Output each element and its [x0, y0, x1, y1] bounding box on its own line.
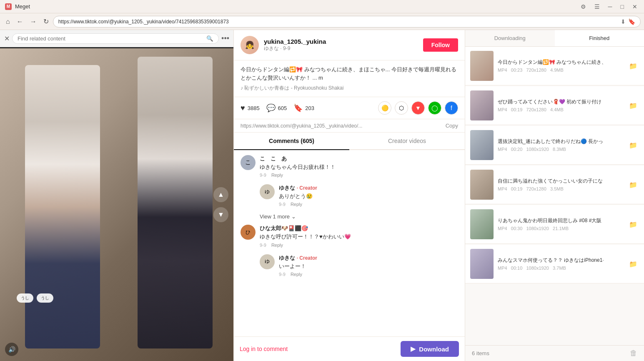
sound-button[interactable]: 🔊 [5, 343, 18, 356]
download-list: 今日からドンタン編🔁🎀 みなつちゃんに続き、 MP4 00:23 720x128… [465, 47, 644, 345]
open-folder-button[interactable]: 📁 [627, 140, 639, 151]
reply-user-2: ゆきな · Creator [279, 254, 458, 262]
search-close-button[interactable]: ✕ [4, 35, 10, 43]
close-button[interactable]: ✕ [631, 3, 639, 11]
item-title: 今日からドンタン編🔁🎀 みなつちゃんに続き、 [498, 59, 623, 66]
search-input[interactable] [18, 35, 204, 42]
open-folder-button[interactable]: 📁 [627, 219, 639, 230]
item-info: りあちゃん鬼かわ明日最終回悲しみ #08 #大阪 MP4 00:30 1080x… [498, 218, 623, 231]
item-thumbnail [470, 130, 494, 160]
login-to-comment-button[interactable]: Log in to comment [240, 346, 288, 352]
download-item: ぜひ踊ってみてください🧣💜 初めて振り付け MP4 00:19 720x1280… [465, 86, 644, 125]
view-more-arrow-1: ⌄ [291, 213, 296, 220]
app-icon: M [5, 3, 12, 10]
item-thumbnail [470, 249, 494, 279]
badge-2: うし [37, 293, 53, 303]
tab-downloading[interactable]: Downloading [465, 30, 555, 46]
tab-creator-videos[interactable]: Creator videos [349, 133, 465, 149]
minimize-button[interactable]: ─ [606, 3, 614, 11]
maximize-button[interactable]: □ [619, 3, 626, 11]
video-navigation: ▲ ▼ [213, 187, 228, 222]
address-bar: https://www.tiktok.com/@yukina_1205._yuk… [53, 16, 641, 28]
items-count: 6 items [472, 350, 489, 356]
open-folder-button[interactable]: 📁 [627, 60, 639, 72]
item-title: ぜひ踊ってみてください🧣💜 初めて振り付け [498, 99, 623, 105]
reply-meta-2: 9-9 Reply [279, 272, 458, 277]
back-button[interactable]: ← [14, 16, 26, 27]
tab-finished[interactable]: Finished [555, 30, 644, 46]
refresh-button[interactable]: ↻ [41, 16, 51, 27]
item-title: りあちゃん鬼かわ明日最終回悲しみ #08 #大阪 [498, 218, 623, 224]
comment-time-2: 9-9 [260, 243, 266, 248]
follow-button[interactable]: Follow [423, 38, 458, 52]
action-btn-5[interactable]: f [445, 101, 458, 115]
video-area: うし うし ▲ ▼ 🔊 [0, 48, 233, 361]
reply-avatar-2: ゆ [260, 254, 275, 269]
bookmarks-stat: 🔖 203 [293, 103, 314, 113]
likes-count: 3885 [248, 105, 260, 111]
download-button[interactable]: ▶ Download [401, 341, 459, 357]
reply-button-nested-1[interactable]: Reply [291, 202, 302, 207]
item-meta: MP4 00:19 720x1280 4.4MB [498, 107, 623, 112]
download-page-button[interactable]: ⬇ [621, 18, 626, 25]
avatar: 👧 [241, 36, 259, 54]
bookmark-icon: 🔖 [293, 103, 303, 113]
comment-text-2: ゆきな呼び許可ー！！？♥かわいい💗 [260, 233, 458, 241]
action-btn-4[interactable]: ◯ [428, 101, 441, 115]
item-info: 選抜決定戦_遂にあしたで終わりだね🔵 長かっ MP4 00:20 1080x19… [498, 138, 623, 152]
download-item: りあちゃん鬼かわ明日最終回悲しみ #08 #大阪 MP4 00:30 1080x… [465, 205, 644, 244]
comment-meta-1: 9-9 Reply [260, 173, 458, 178]
comment-time-1: 9-9 [260, 173, 266, 178]
reply-item-2: ゆ ゆきな · Creator いーよー！ 9-9 Reply [260, 254, 458, 277]
content-panel: 👧 yukina_1205._yukina ゆきな · 9-9 Follow 今… [233, 30, 465, 361]
item-title: みんなスマホ何使ってる？？ ゆきなはiPhone1· [498, 257, 623, 264]
action-btn-2[interactable]: ⬡ [395, 101, 408, 115]
left-panel: ✕ 🔍 ••• うし うし ▲ ▼ 🔊 [0, 30, 233, 361]
reply-button-1[interactable]: Reply [271, 173, 283, 178]
more-options-button[interactable]: ••• [221, 34, 229, 43]
badge-1: うし [17, 293, 33, 303]
copy-url-button[interactable]: Copy [446, 123, 458, 129]
item-info: 自信に満ち溢れた強くてかっこいい女の子にな MP4 00:19 720x1280… [498, 178, 623, 191]
tab-comments[interactable]: Comments (605) [234, 133, 349, 150]
main-layout: ✕ 🔍 ••• うし うし ▲ ▼ 🔊 [0, 30, 644, 361]
home-button[interactable]: ⌂ [3, 16, 13, 27]
post-text: 今日からドンタン編🔁🎀 みなつちゃんに続き、まほこちゃ... 今日好きで毎週月曜… [234, 60, 465, 97]
likes-stat: ♥ 3885 [241, 104, 260, 113]
action-btn-1[interactable]: 🟡 [378, 101, 391, 115]
comments-count: 605 [278, 105, 287, 111]
reply-button-2[interactable]: Reply [271, 243, 283, 248]
prev-video-button[interactable]: ▲ [213, 187, 228, 202]
video-background: うし うし [0, 48, 233, 361]
download-icon: ▶ [411, 345, 416, 353]
item-title: 自信に満ち溢れた強くてかっこいい女の子にな [498, 178, 623, 185]
url-text: https://www.tiktok.com/@yukina_1205._yuk… [241, 123, 442, 129]
app-title: Meget [15, 3, 30, 10]
comment-body-1: こ こ あ ゆきなちゃん今日お疲れ様！！ 9-9 Reply [260, 155, 458, 178]
right-footer: 6 items 🗑 [465, 345, 644, 361]
item-title: 選抜決定戦_遂にあしたで終わりだね🔵 長かっ [498, 138, 623, 145]
view-more-1[interactable]: View 1 more ⌄ [260, 213, 458, 220]
bookmark-button[interactable]: 🔖 [628, 18, 635, 25]
reply-button-nested-2[interactable]: Reply [291, 272, 302, 277]
reply-meta-1: 9-9 Reply [279, 202, 458, 207]
address-text: https://www.tiktok.com/@yukina_1205._yuk… [58, 19, 621, 25]
item-info: 今日からドンタン編🔁🎀 みなつちゃんに続き、 MP4 00:23 720x128… [498, 59, 623, 73]
action-btn-3[interactable]: ▼ [411, 101, 425, 115]
open-folder-button[interactable]: 📁 [627, 100, 639, 111]
open-folder-button[interactable]: 📁 [627, 179, 639, 191]
trash-button[interactable]: 🗑 [630, 349, 637, 358]
menu-button[interactable]: ☰ [593, 3, 601, 11]
settings-button[interactable]: ⚙ [579, 3, 588, 11]
search-submit-button[interactable]: 🔍 [206, 35, 213, 42]
item-meta: MP4 00:30 1080x1920 21.1MB [498, 226, 623, 231]
post-music: ♪ 恥ずかしいか青春は - Ryokuoushoku Shakai [241, 84, 458, 92]
open-folder-button[interactable]: 📁 [627, 258, 639, 270]
commenter-avatar-2: ひ [241, 225, 256, 240]
comment-text-1: ゆきなちゃん今日お疲れ様！！ [260, 163, 458, 171]
forward-button[interactable]: → [28, 16, 39, 27]
video-overlay-text: うし うし [17, 293, 217, 303]
next-video-button[interactable]: ▼ [213, 207, 228, 222]
reply-time-1: 9-9 [279, 202, 286, 207]
profile-name: yukina_1205._yukina [264, 38, 418, 45]
